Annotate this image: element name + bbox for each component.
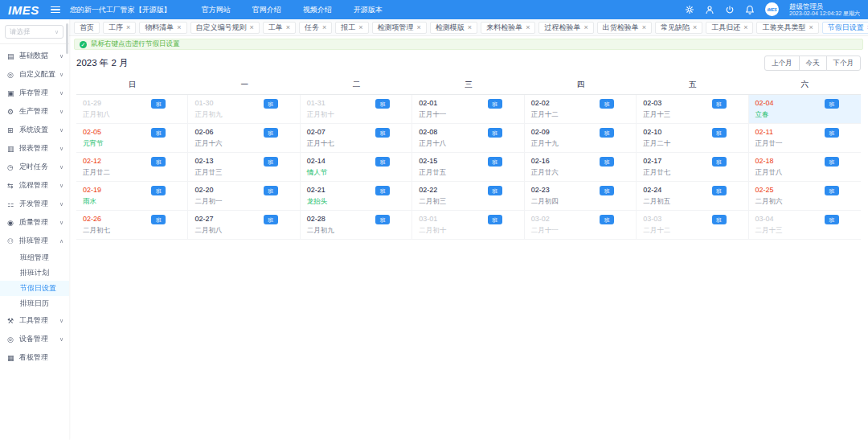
shift-badge[interactable]: 班 [264,99,278,109]
topbar-link[interactable]: 官方网站 [202,5,231,15]
shift-badge[interactable]: 班 [825,215,839,224]
calendar-cell[interactable]: 02-25二月初六班 [749,182,861,211]
calendar-cell[interactable]: 02-13正月廿三班 [188,153,300,182]
tab-item[interactable]: 工装夹具类型× [756,22,818,34]
shift-badge[interactable]: 班 [712,215,727,224]
calendar-cell[interactable]: 03-03二月十二班 [637,211,748,240]
calendar-nav-button[interactable]: 上个月 [764,56,800,71]
calendar-cell[interactable]: 02-06正月十六班 [188,124,300,153]
sidebar-item[interactable]: ◉质量管理∨ [0,213,69,232]
shift-badge[interactable]: 班 [264,186,278,195]
sidebar-item[interactable]: ⚏开发管理∨ [0,195,69,213]
sidebar-subitem[interactable]: 排班日历 [0,296,69,311]
calendar-cell[interactable]: 02-07正月十七班 [301,124,412,153]
calendar-cell[interactable]: 02-20二月初一班 [188,182,300,211]
shift-badge[interactable]: 班 [151,157,166,167]
calendar-cell[interactable]: 03-04二月十三班 [749,211,861,240]
sidebar-item[interactable]: ▣库存管理∨ [0,84,69,102]
tab-item[interactable]: 工序× [103,22,136,34]
tab-item[interactable]: 工具归还× [706,22,753,34]
shift-badge[interactable]: 班 [488,157,502,167]
shift-badge[interactable]: 班 [712,186,727,195]
shift-badge[interactable]: 班 [151,128,166,138]
tab-item[interactable]: 物料清单× [139,22,186,34]
shift-badge[interactable]: 班 [600,99,614,109]
calendar-nav-button[interactable]: 今天 [799,56,827,71]
topbar-link[interactable]: 开源版本 [354,5,383,15]
sidebar-scrollbar[interactable] [66,23,68,54]
close-icon[interactable]: × [286,24,290,31]
shift-badge[interactable]: 班 [825,157,839,167]
close-icon[interactable]: × [322,24,326,31]
shift-badge[interactable]: 班 [825,186,839,195]
topbar-link[interactable]: 官网介绍 [252,5,281,15]
tab-item[interactable]: 节假日设置× [822,22,868,34]
calendar-cell[interactable]: 02-22二月初三班 [412,182,524,211]
calendar-nav-button[interactable]: 下个月 [826,56,862,71]
power-icon[interactable] [725,5,735,14]
shift-badge[interactable]: 班 [488,215,502,224]
shift-badge[interactable]: 班 [375,128,390,138]
shift-badge[interactable]: 班 [375,215,390,224]
shift-badge[interactable]: 班 [488,99,502,109]
calendar-cell[interactable]: 02-05元宵节班 [76,124,188,153]
bell-icon[interactable] [745,5,755,14]
shift-badge[interactable]: 班 [600,186,614,195]
tab-item[interactable]: 工单× [263,22,296,34]
shift-badge[interactable]: 班 [264,157,278,167]
calendar-cell[interactable]: 02-10正月二十班 [637,124,748,153]
shift-badge[interactable]: 班 [488,186,502,195]
user-info[interactable]: 超级管理员 2023-02-04 12:04:32 星期六 [789,2,860,18]
shift-badge[interactable]: 班 [151,186,166,195]
hamburger-menu-icon[interactable] [51,6,60,14]
calendar-cell[interactable]: 01-30正月初九班 [188,95,300,124]
close-icon[interactable]: × [809,24,813,31]
calendar-cell[interactable]: 01-31正月初十班 [301,95,412,124]
shift-badge[interactable]: 班 [375,186,390,195]
tab-item[interactable]: 报工× [335,22,368,34]
close-icon[interactable]: × [126,24,130,31]
tab-item[interactable]: 检测项管理× [372,22,427,34]
user-avatar[interactable]: iMES [765,2,779,16]
close-icon[interactable]: × [642,24,646,31]
calendar-cell[interactable]: 02-23二月初四班 [525,182,637,211]
close-icon[interactable]: × [583,24,588,31]
calendar-cell[interactable]: 03-02二月十一班 [525,211,637,240]
shift-badge[interactable]: 班 [488,128,502,138]
calendar-cell[interactable]: 02-15正月廿五班 [412,153,524,182]
shift-badge[interactable]: 班 [375,157,390,167]
calendar-cell[interactable]: 02-17正月廿七班 [637,153,748,182]
sidebar-subitem[interactable]: 班组管理 [0,250,69,265]
sidebar-item[interactable]: ▤基础数据∨ [0,47,69,65]
shift-badge[interactable]: 班 [600,157,614,167]
gear-icon[interactable] [685,5,694,14]
shift-badge[interactable]: 班 [375,99,390,109]
calendar-cell[interactable]: 02-28二月初九班 [301,211,412,240]
calendar-cell[interactable]: 02-03正月十三班 [637,95,748,124]
sidebar-item[interactable]: ⚇排班管理∧ [0,232,69,250]
sidebar-subitem[interactable]: 节假日设置 [0,281,69,296]
calendar-cell[interactable]: 03-01二月初十班 [412,211,524,240]
sidebar-item[interactable]: ⇆流程管理∨ [0,176,69,195]
shift-badge[interactable]: 班 [264,128,278,138]
shift-badge[interactable]: 班 [712,157,727,167]
sidebar-search-select[interactable]: 请选择 ∨ [5,25,63,39]
sidebar-item[interactable]: ⚒工具管理∨ [0,311,69,330]
sidebar-item[interactable]: ◷定时任务∨ [0,158,69,176]
tab-item[interactable]: 常见缺陷× [655,22,702,34]
tab-item[interactable]: 来料检验单× [481,22,535,34]
close-icon[interactable]: × [250,24,254,31]
close-icon[interactable]: × [468,24,472,31]
sidebar-item[interactable]: ▦看板管理 [0,348,69,367]
tab-item[interactable]: 过程检验单× [538,22,593,34]
shift-badge[interactable]: 班 [600,215,614,224]
calendar-cell[interactable]: 02-08正月十八班 [412,124,524,153]
user-icon[interactable] [705,5,714,14]
sidebar-item[interactable]: ⚙生产管理∨ [0,102,69,121]
close-icon[interactable]: × [177,24,181,31]
calendar-cell[interactable]: 02-27二月初八班 [188,211,300,240]
shift-badge[interactable]: 班 [712,128,727,138]
calendar-cell[interactable]: 02-16正月廿六班 [525,153,637,182]
calendar-cell[interactable]: 02-12正月廿二班 [76,153,188,182]
tab-item[interactable]: 任务× [299,22,332,34]
